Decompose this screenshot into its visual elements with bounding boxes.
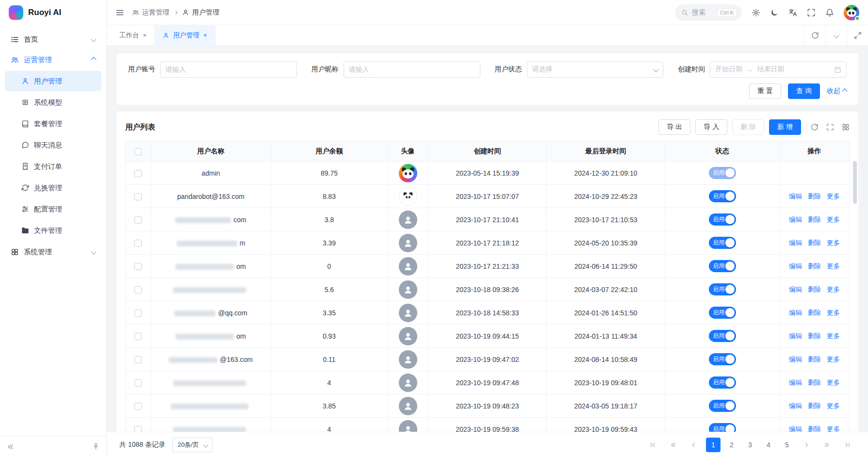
- delete-link[interactable]: 删除: [808, 216, 821, 223]
- row-checkbox[interactable]: [134, 170, 142, 177]
- nickname-input[interactable]: [349, 65, 475, 73]
- page-button-1[interactable]: 1: [706, 438, 721, 452]
- collapse-filters-link[interactable]: 收起: [827, 87, 847, 96]
- status-toggle[interactable]: 启用: [709, 307, 736, 319]
- delete-link[interactable]: 删除: [808, 309, 821, 316]
- close-icon[interactable]: ×: [143, 32, 147, 39]
- scrollbar-thumb[interactable]: [853, 161, 857, 204]
- logo[interactable]: Ruoyi AI: [0, 0, 106, 25]
- edit-link[interactable]: 编辑: [789, 356, 802, 363]
- row-checkbox[interactable]: [134, 403, 142, 410]
- prev-page-button[interactable]: [686, 438, 702, 452]
- delete-link[interactable]: 删除: [808, 239, 821, 246]
- more-link[interactable]: 更多: [827, 332, 840, 340]
- delete-link[interactable]: 删除: [808, 402, 821, 409]
- delete-link[interactable]: 删除: [808, 356, 821, 363]
- delete-link[interactable]: 删除: [808, 425, 821, 432]
- delete-link[interactable]: 删除: [808, 332, 821, 340]
- status-toggle[interactable]: 启用: [709, 283, 736, 295]
- sidebar-item-payment-orders[interactable]: 支付订单: [5, 156, 101, 177]
- status-toggle[interactable]: 启用: [709, 400, 736, 412]
- select-all-checkbox[interactable]: [134, 148, 142, 155]
- sidebar-item-package-management[interactable]: 套餐管理: [5, 114, 101, 134]
- row-checkbox[interactable]: [134, 193, 142, 200]
- status-toggle[interactable]: 启用: [709, 353, 736, 365]
- status-toggle[interactable]: 启用: [709, 260, 736, 272]
- status-toggle[interactable]: 启用: [709, 376, 736, 389]
- status-toggle[interactable]: 启用: [709, 330, 736, 342]
- edit-link[interactable]: 编辑: [789, 262, 802, 270]
- page-button-2[interactable]: 2: [724, 438, 739, 452]
- status-toggle[interactable]: 启用: [709, 237, 736, 249]
- row-checkbox[interactable]: [134, 426, 142, 432]
- hamburger-menu-icon[interactable]: [115, 8, 124, 17]
- jump-back-button[interactable]: [665, 438, 682, 452]
- status-toggle[interactable]: 启用: [709, 190, 736, 202]
- pin-icon[interactable]: [92, 443, 99, 450]
- export-button[interactable]: 导 出: [658, 119, 690, 135]
- sidebar-item-system-model[interactable]: 系统模型: [5, 92, 101, 113]
- more-link[interactable]: 更多: [827, 193, 840, 200]
- user-avatar[interactable]: [844, 5, 859, 20]
- sidebar-item-operations[interactable]: 运营管理: [5, 49, 101, 70]
- tab-user-management[interactable]: 用户管理 ×: [155, 25, 215, 45]
- edit-link[interactable]: 编辑: [789, 239, 802, 246]
- jump-forward-button[interactable]: [819, 438, 835, 452]
- edit-link[interactable]: 编辑: [789, 286, 802, 293]
- row-checkbox[interactable]: [134, 379, 142, 387]
- first-page-button[interactable]: [645, 438, 661, 452]
- import-button[interactable]: 导 入: [695, 119, 727, 135]
- collapse-sidebar-button[interactable]: [7, 443, 15, 451]
- more-link[interactable]: 更多: [827, 309, 840, 316]
- edit-link[interactable]: 编辑: [789, 379, 802, 386]
- status-toggle[interactable]: 启用: [709, 167, 736, 179]
- row-checkbox[interactable]: [134, 333, 142, 340]
- edit-link[interactable]: 编辑: [789, 332, 802, 340]
- row-checkbox[interactable]: [134, 356, 142, 363]
- sidebar-item-chat-messages[interactable]: 聊天消息: [5, 135, 101, 155]
- breadcrumb-section[interactable]: 运营管理: [132, 8, 169, 17]
- more-link[interactable]: 更多: [827, 356, 840, 363]
- status-toggle[interactable]: 启用: [709, 423, 736, 432]
- page-button-4[interactable]: 4: [761, 438, 776, 452]
- sidebar-item-user-management[interactable]: 用户管理: [5, 71, 101, 91]
- delete-link[interactable]: 删除: [808, 193, 821, 200]
- more-link[interactable]: 更多: [827, 216, 840, 223]
- edit-link[interactable]: 编辑: [789, 402, 802, 409]
- fullscreen-icon[interactable]: [807, 8, 816, 17]
- status-select[interactable]: 请选择: [527, 61, 664, 78]
- sidebar-item-exchange-management[interactable]: 兑换管理: [5, 178, 101, 198]
- edit-link[interactable]: 编辑: [789, 309, 802, 316]
- more-link[interactable]: 更多: [827, 262, 840, 270]
- page-button-3[interactable]: 3: [743, 438, 757, 452]
- row-checkbox[interactable]: [134, 240, 142, 247]
- next-page-button[interactable]: [798, 438, 815, 452]
- vertical-scrollbar[interactable]: [853, 161, 857, 432]
- more-link[interactable]: 更多: [827, 239, 840, 246]
- add-button[interactable]: 新 增: [769, 119, 801, 135]
- sidebar-item-system[interactable]: 系统管理: [5, 242, 101, 262]
- notifications-bell-icon[interactable]: [825, 8, 834, 17]
- close-icon[interactable]: ×: [203, 32, 207, 39]
- row-checkbox[interactable]: [134, 286, 142, 294]
- dark-mode-moon-icon[interactable]: [770, 8, 779, 17]
- settings-gear-icon[interactable]: [752, 8, 760, 17]
- tab-menu-chevron-icon[interactable]: [825, 25, 847, 45]
- edit-link[interactable]: 编辑: [789, 193, 802, 200]
- delete-button[interactable]: 删 除: [732, 119, 764, 135]
- more-link[interactable]: 更多: [827, 379, 840, 386]
- delete-link[interactable]: 删除: [808, 379, 821, 386]
- last-page-button[interactable]: [839, 438, 855, 452]
- sidebar-item-file-management[interactable]: 文件管理: [5, 220, 101, 241]
- more-link[interactable]: 更多: [827, 402, 840, 409]
- date-range-picker[interactable]: 开始日期 → 结束日期: [710, 61, 847, 78]
- sidebar-item-home[interactable]: 首页: [5, 29, 101, 49]
- delete-link[interactable]: 删除: [808, 262, 821, 270]
- edit-link[interactable]: 编辑: [789, 425, 802, 432]
- sidebar-item-config-management[interactable]: 配置管理: [5, 199, 101, 219]
- page-size-select[interactable]: 20条/页: [172, 438, 213, 452]
- refresh-table-icon[interactable]: [811, 123, 819, 131]
- status-toggle[interactable]: 启用: [709, 213, 736, 226]
- fullscreen-table-icon[interactable]: [826, 123, 834, 131]
- delete-link[interactable]: 删除: [808, 286, 821, 293]
